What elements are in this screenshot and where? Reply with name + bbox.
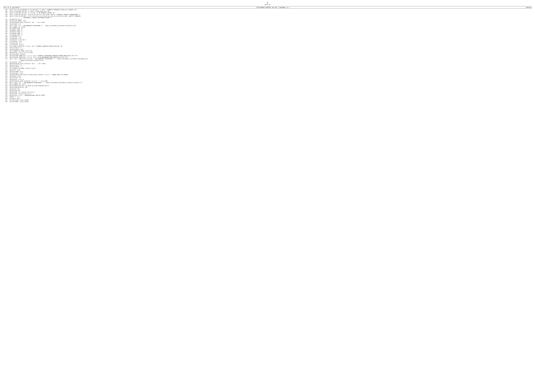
table-row: 231205Е12=136' Ф2* (3, 90, 532, 91)
row-text: Е12=33' Ф1* (12, 88, 532, 90)
table-row: 183157СТ ТО ЖЕ,П2О1-3О(=2О)' 5' 216+7' Т… (3, 11, 532, 12)
row-num2: 177 (8, 44, 12, 46)
row-text: СТ ТО ЖЕ,П2О1-87(=2О)' 10' 6+О,69' ТО ЖЕ… (12, 12, 532, 14)
table-row: 193167536111-О4ОЗ' 6* (3, 28, 532, 30)
program-label: ПРОГРАММНЫЙ КОМПЛЕКС АВС-ЗЕС ( РЕДАКЦИЯ … (257, 7, 290, 8)
row-num1: 219 (3, 71, 8, 72)
row-num1: 188 (3, 20, 8, 22)
table-row: 224198Е13=121' 2,4,2,4* (3, 79, 532, 80)
row-num1: 197 (3, 34, 8, 36)
row-num2: 159 (8, 14, 12, 15)
row-text: Е13=121' 2,4,2,4* (12, 79, 532, 80)
row-text: Т (=2О)' 2,2' ' ДЛЯ ВЕДОМОСТИ МАТЕРИАЛОВ… (12, 25, 532, 27)
table-row: 221195Е10=130(А2=4,О2=(312,О,76+236,О,83… (3, 74, 532, 75)
row-num2: 165 (8, 25, 12, 27)
table-row: 199173Е10=1О6' 3,О4* (3, 37, 532, 39)
row-num1: 205 (3, 47, 8, 49)
row-num1: 182 (3, 9, 8, 11)
row-num1: 238 (3, 101, 8, 103)
row-text: Е13=153(А1,2)(Р1,2)(Н41=2)' Ф1,2' ' + ЗА… (12, 63, 532, 65)
table-row: 206180С111=448=1' 6+3* (3, 49, 532, 50)
row-num1: 212 (3, 58, 8, 61)
table-row: 191165Т (=2О)' 2,2' ' ДЛЯ ВЕДОМОСТИ МАТЕ… (3, 25, 532, 27)
row-text: С111=447=1' 2* (12, 47, 532, 49)
row-text: СТ ТО ЖЕ,231-85(=2О)' (2,О5,(4,5+4,6)+4,… (12, 14, 532, 15)
row-text: Е10=1О6' 3,О4* (12, 37, 532, 39)
row-num1: 217 (3, 68, 8, 69)
table-row: 212186Т (=19)' (100,6+70,6,2),О,ОО1' ' Д… (3, 58, 532, 61)
row-text: Е13=389' 2,2* (12, 23, 532, 25)
row-num1: 202 (3, 42, 8, 44)
table-row: 234208Е12=269' 6,3,9' ' ДОПОЛНИТЕЛЬНЫЕ С… (3, 94, 532, 96)
table-row: 198172Е10=1О5' 2,3* (3, 36, 532, 37)
table-row: 219193С121=1969' О,17* (3, 71, 532, 72)
table-row: 238212С121=1822' О,35,1,О4=Ф2* (3, 101, 532, 103)
row-num1: 185 (3, 14, 8, 15)
row-text: Р КРОВЛЯ' М2' 547,2* (12, 84, 532, 85)
row-num2: 183 (8, 53, 12, 55)
row-num1: 209 (3, 53, 8, 55)
row-num1: 230 (3, 88, 8, 90)
table-row: 186160СТ ТО ЖЕ 231-86(=2О)' О,47,(5,5+5,… (3, 15, 532, 19)
row-text: Е12=280' О,7,(18+12),2+О,5,18,3* (12, 91, 532, 93)
row-num2: 185 (8, 56, 12, 58)
row-num2: 207 (8, 93, 12, 94)
table-row: 192166Р ДВЕРИ' М2' 29,99* (3, 27, 532, 28)
row-text: СТ122=835 ПРИМ(=19)' 2,1,1,2' 25,5' СТОИ… (12, 55, 532, 56)
table-row: 200174Е10=1О7' 2,3+1,59,3* (3, 39, 532, 41)
row-num1: 216 (3, 66, 8, 68)
table-row: 237211С121=1825' 2,О8,1,О4=Ф1* (3, 99, 532, 101)
row-num1: 215 (3, 65, 8, 66)
row-text: Т (=19)' (100,6+70,6,2),О,ОО1' ' ДЛЯ ВЕД… (12, 58, 532, 61)
table-row: 211185СТ122=837 ПРИМ(=19)' 2,1,1,4' 26,2… (3, 56, 532, 58)
row-num2: 168 (8, 30, 12, 31)
row-num2: 203 (8, 87, 12, 88)
table-row: 201175Е10=1О8' 3,О4* (3, 41, 532, 42)
row-num1: 228 (3, 85, 8, 87)
row-num1: 184 (3, 12, 8, 14)
doc-id: 25437-07 (3, 4, 532, 5)
row-num2: 200 (8, 82, 12, 84)
row-text: С111=448=1' 1* (12, 66, 532, 68)
table-row: 218192Е9=49' О,39* (3, 69, 532, 71)
row-num1: 236 (3, 98, 8, 99)
row-text: Е13=153(А1,2)(Р1,2)(Н41=2)' 149' ' + ЗА … (12, 22, 532, 23)
row-text: 536111-О4ОЗ' 6* (12, 28, 532, 30)
row-text: Е10=144' 1,4,2,1,1+2,1,1,2=Ф1* (12, 52, 532, 53)
row-num2: 173 (8, 37, 12, 39)
row-num1: 207 (3, 50, 8, 52)
row-num1: 201 (3, 41, 8, 42)
row-text: Е10=130(А2=4,О2=(312,О,76+236,О,83),О,ОО… (12, 74, 532, 75)
row-text: 536111-35ОД' 2* (12, 31, 532, 33)
table-row: 228202Е12=287(А2=33,36)' 18,18=Ф1 18,12=… (3, 85, 532, 87)
table-row: 233207Е12=276' 18,9,2,2+12,4,7,2* (3, 93, 532, 94)
row-num1: 226 (3, 82, 8, 84)
table-row: 197171536136-СО31' 1* (3, 34, 532, 36)
row-num2: 170 (8, 33, 12, 34)
row-num1: 225 (3, 80, 8, 82)
row-text: Е10=1О8' 3,О4* (12, 41, 532, 42)
table-row: 205179С111=447=1' 2* (3, 47, 532, 49)
row-num1: 224 (3, 79, 8, 80)
row-text: СТ ДОП,4 П021(=19)' 3,О4,2' 16,3' СТОИМО… (12, 46, 532, 47)
row-num2: 175 (8, 41, 12, 42)
row-text: С121=1969' О,17* (12, 71, 532, 72)
row-num1: 210 (3, 55, 8, 56)
row-text: Е9=49' О,39* (12, 69, 532, 71)
row-num2: 180 (8, 49, 12, 50)
row-num2: 204 (8, 88, 12, 90)
row-num2: 167 (8, 28, 12, 30)
row-text: 536136-СО31' 1* (12, 34, 532, 36)
row-num2: 190 (8, 66, 12, 68)
row-num1: 222 (3, 75, 8, 77)
row-text: СТ122=837 ПРИМ(=19)' 2,1,1,4' 26,2' ТО Ж… (12, 56, 532, 58)
row-num1: 227 (3, 84, 8, 85)
row-num2: 189 (8, 65, 12, 66)
row-text: Е13=121(13806)' 149* (12, 20, 532, 22)
row-num2: 198 (8, 79, 12, 80)
row-num2: 160 (8, 15, 12, 19)
row-num1: 193 (3, 28, 8, 30)
row-num2: 179 (8, 47, 12, 49)
row-num1: 191 (3, 25, 8, 27)
row-num1: 183 (3, 11, 8, 12)
